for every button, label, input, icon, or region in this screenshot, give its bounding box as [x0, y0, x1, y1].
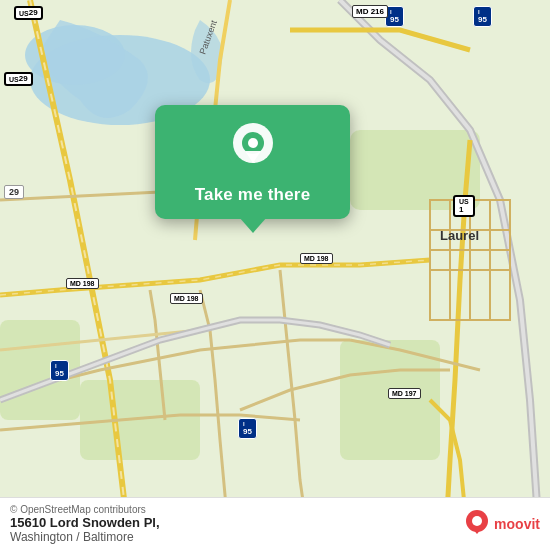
map-container: Patuxent US 29 US 29 29 I 95 I 95 MD 216…	[0, 0, 550, 550]
bottom-bar: © OpenStreetMap contributors 15610 Lord …	[0, 497, 550, 550]
place-label-laurel: Laurel	[440, 228, 479, 243]
location-pin-icon	[231, 123, 275, 177]
shield-md216: MD 216	[352, 5, 388, 18]
shield-us29-left: US 29	[4, 72, 33, 86]
shield-us1: US 1	[453, 195, 475, 217]
copyright-text: © OpenStreetMap contributors	[10, 504, 160, 515]
bottom-bar-info: © OpenStreetMap contributors 15610 Lord …	[10, 504, 160, 544]
city-text: Washington / Baltimore	[10, 530, 160, 544]
popup-card[interactable]: Take me there	[155, 105, 350, 219]
shield-md198-2: MD 198	[170, 293, 203, 304]
svg-point-17	[248, 138, 258, 148]
shield-md198-3: MD 198	[300, 253, 333, 264]
shield-i95-lower-left: I 95	[50, 360, 69, 381]
moovit-pin-icon	[464, 509, 490, 539]
shield-i95-top2: I 95	[473, 6, 492, 27]
moovit-brand-text: moovit	[494, 516, 540, 532]
svg-point-20	[472, 516, 482, 526]
svg-rect-6	[80, 380, 200, 460]
shield-md198-1: MD 198	[66, 278, 99, 289]
shield-us29-top: US 29	[14, 6, 43, 20]
map-svg: Patuxent	[0, 0, 550, 550]
address-text: 15610 Lord Snowden Pl,	[10, 515, 160, 530]
shield-29-lower: 29	[4, 185, 24, 199]
svg-rect-5	[340, 340, 440, 460]
shield-i95-lower-mid: I 95	[238, 418, 257, 439]
shield-md197: MD 197	[388, 388, 421, 399]
moovit-logo: moovit	[464, 509, 540, 539]
take-me-there-button[interactable]: Take me there	[195, 185, 311, 205]
